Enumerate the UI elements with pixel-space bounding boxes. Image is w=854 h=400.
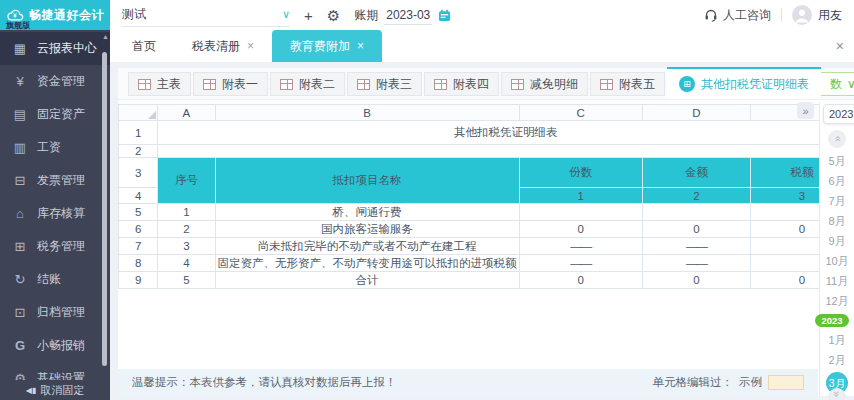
invoice-icon: ⊟ — [12, 173, 28, 188]
sheet-tab-appendix3[interactable]: 附表三 — [347, 72, 422, 96]
calendar-icon[interactable] — [438, 9, 451, 22]
sheet-tab-other-deduction-active[interactable]: ⊞ 其他扣税凭证明细表 — [667, 67, 821, 99]
headset-icon — [704, 8, 718, 22]
close-icon[interactable]: × — [357, 39, 364, 53]
sidebar-item-funds[interactable]: ¥ 资金管理 — [0, 65, 110, 98]
cell-name[interactable]: 国内旅客运输服务 — [215, 221, 519, 238]
column-header-c[interactable]: C — [519, 105, 643, 121]
sheet-icon — [600, 79, 613, 90]
edited-cell-swatch — [768, 375, 804, 390]
row-number[interactable]: 6 — [119, 221, 158, 238]
cell-seq[interactable]: 1 — [158, 204, 215, 221]
sheet-toolbar: 主表 附表一 附表二 附表三 附表四 — [118, 68, 854, 100]
header-seq: 序号 — [158, 158, 215, 204]
column-header-d[interactable]: D — [643, 105, 751, 121]
svg-text:¥: ¥ — [13, 12, 17, 19]
sheet-tab-appendix1[interactable]: 附表一 — [193, 72, 268, 96]
support-button[interactable]: 人工咨询 — [704, 7, 771, 24]
cell-seq[interactable]: 4 — [158, 255, 215, 272]
month-item[interactable]: 9月 — [828, 235, 845, 248]
close-icon[interactable]: × — [247, 39, 254, 53]
header-count: 份数 — [519, 158, 643, 188]
cell-name[interactable]: 合计 — [215, 272, 519, 289]
cell-amount[interactable]: 0 — [643, 221, 751, 238]
cell-name[interactable]: 桥、闸通行费 — [215, 204, 519, 221]
tab-education-fee[interactable]: 教育费附加 × — [272, 30, 382, 62]
sheet-tab-appendix4[interactable]: 附表四 — [424, 72, 499, 96]
empty-row[interactable] — [158, 145, 854, 158]
gear-icon[interactable]: ⚙ — [327, 8, 340, 23]
sidebar-scrollbar[interactable] — [102, 44, 108, 374]
tab-tax-list[interactable]: 税表清册 × — [174, 30, 272, 62]
row-number[interactable]: 5 — [119, 204, 158, 221]
cell-seq[interactable]: 2 — [158, 221, 215, 238]
cell-amount[interactable]: 0 — [643, 272, 751, 289]
period-value[interactable]: 2023-03 — [384, 6, 432, 25]
cell-name[interactable]: 尚未抵扣完毕的不动产或者不动产在建工程 — [215, 238, 519, 255]
sheet-icon — [511, 79, 524, 90]
sidebar-item-fixed-assets[interactable]: ▤ 固定资产 — [0, 98, 110, 131]
tax-icon: ⊞ — [12, 239, 28, 254]
row-number[interactable]: 1 — [119, 121, 158, 145]
cell-count[interactable]: 0 — [519, 272, 643, 289]
cell-seq[interactable]: 3 — [158, 238, 215, 255]
cell-name[interactable]: 固定资产、无形资产、不动产转变用途可以抵扣的进项税额 — [215, 255, 519, 272]
add-company-button[interactable]: + — [304, 8, 313, 23]
rail-scroll-down-button[interactable]: » — [828, 388, 846, 400]
row-number[interactable]: 8 — [119, 255, 158, 272]
tab-home[interactable]: 首页 — [114, 30, 174, 62]
cell-count[interactable]: —— — [519, 238, 643, 255]
chevron-down-icon: ∨ — [847, 77, 854, 91]
rail-scroll-up-button[interactable]: » — [828, 130, 846, 148]
sidebar-item-cloud-reports[interactable]: ▦ 云报表中心 — [0, 32, 110, 65]
row-number[interactable]: 3 — [119, 158, 158, 188]
month-item[interactable]: 5月 — [828, 155, 845, 168]
row-number[interactable]: 4 — [119, 188, 158, 204]
month-item[interactable]: 7月 — [828, 195, 845, 208]
sheet-tab-appendix2[interactable]: 附表二 — [270, 72, 345, 96]
row-number[interactable]: 7 — [119, 238, 158, 255]
cell-amount[interactable]: —— — [643, 238, 751, 255]
header-count-no: 1 — [519, 188, 643, 204]
corner-triangle-icon — [148, 111, 156, 119]
month-item[interactable]: 11月 — [826, 275, 848, 288]
user-menu[interactable]: 用友 — [792, 5, 842, 25]
sidebar-item-inventory[interactable]: ⌂ 库存核算 — [0, 197, 110, 230]
cell-amount[interactable]: —— — [643, 255, 751, 272]
expand-columns-button[interactable]: » — [797, 102, 814, 119]
scrollbar-thumb[interactable] — [102, 52, 107, 366]
close-panel-icon[interactable]: × — [836, 30, 844, 62]
sidebar-item-invoices[interactable]: ⊟ 发票管理 — [0, 164, 110, 197]
month-item[interactable]: 1月 — [828, 334, 845, 347]
app-logo: ¥ 畅捷通好会计 旗舰版 — [0, 0, 110, 30]
month-item[interactable]: 2月 — [828, 354, 845, 367]
column-header-b[interactable]: B — [215, 105, 519, 121]
cell-amount[interactable] — [643, 204, 751, 221]
company-selector[interactable]: 测试 ∨ — [122, 3, 290, 27]
month-item[interactable]: 6月 — [828, 175, 845, 188]
cell-count[interactable] — [519, 204, 643, 221]
row-number[interactable]: 9 — [119, 272, 158, 289]
sidebar-item-closing[interactable]: ↻ 结账 — [0, 263, 110, 296]
period-display[interactable]: 2023.03 — [823, 104, 854, 124]
sheet-tab-reduction-detail[interactable]: 减免明细 — [501, 72, 588, 96]
sheet-tab-main[interactable]: 主表 — [128, 72, 191, 96]
tabbar: 首页 税表清册 × 教育费附加 × × — [110, 30, 854, 62]
cell-seq[interactable]: 5 — [158, 272, 215, 289]
sidebar-item-tax[interactable]: ⊞ 税务管理 — [0, 230, 110, 263]
cell-count[interactable]: 0 — [519, 221, 643, 238]
sidebar-item-salary[interactable]: ▥ 工资 — [0, 131, 110, 164]
unpin-sidebar-button[interactable]: ◀▮ 取消固定 — [0, 380, 110, 400]
sheet-tab-appendix5[interactable]: 附表五 — [590, 72, 665, 96]
header-name: 抵扣项目名称 — [215, 158, 519, 204]
column-header-a[interactable]: A — [158, 105, 215, 121]
sidebar-item-archive[interactable]: ⊡ 归档管理 — [0, 296, 110, 329]
month-item[interactable]: 8月 — [828, 215, 845, 228]
scroll-up-icon[interactable]: ▲ — [102, 33, 109, 40]
sidebar-item-reimburse[interactable]: G 小畅报销 — [0, 329, 110, 362]
cell-count[interactable]: —— — [519, 255, 643, 272]
month-item[interactable]: 12月 — [825, 295, 848, 308]
row-number[interactable]: 2 — [119, 145, 158, 158]
select-all-corner[interactable] — [119, 105, 158, 121]
month-item[interactable]: 10月 — [825, 255, 848, 268]
